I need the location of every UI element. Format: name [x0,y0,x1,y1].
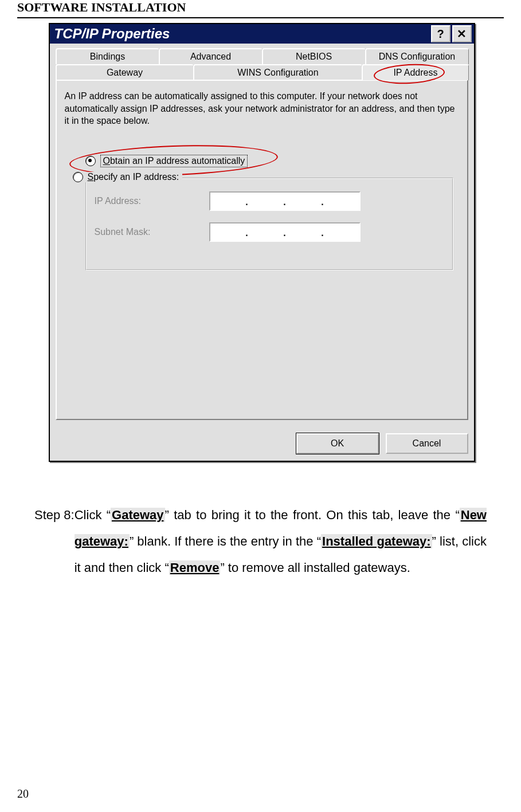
tab-panel-ipaddress: An IP address can be automatically assig… [56,80,468,420]
tab-bindings[interactable]: Bindings [56,48,159,64]
ip-address-input[interactable]: . . . [209,191,361,211]
subnet-mask-input[interactable]: . . . [209,222,361,242]
help-button[interactable]: ? [431,25,451,42]
radio-label-specify: Specify an IP address:Specify an IP addr… [88,172,179,182]
close-button[interactable]: ✕ [452,25,472,42]
close-icon: ✕ [457,27,467,41]
ok-button[interactable]: OK [296,433,379,454]
tab-row-1: Bindings Advanced NetBIOS DNS Configurat… [56,48,468,64]
dialog-screenshot: TCP/IP Properties ? ✕ Bindings Advanced … [49,23,473,462]
step-label: Step 8: [34,502,75,582]
header-rule [17,17,504,18]
kw-remove: Remove [169,560,221,575]
panel-description: An IP address can be automatically assig… [65,90,459,127]
radio-icon [73,172,83,182]
radio-specify[interactable]: Specify an IP address:Specify an IP addr… [69,172,183,182]
kw-installed-gateway: Installed gateway: [321,534,432,548]
step-text: Step 8: Click “Gateway” tab to bring it … [34,502,487,582]
page-number: 20 [17,787,29,801]
tab-row-2: Gateway WINS Configuration IP Address [56,64,468,80]
titlebar: TCP/IP Properties ? ✕ [50,24,474,44]
radio-obtain-auto[interactable]: OObtain an IP address automaticallybtain… [85,155,459,167]
dialog-button-row: OK Cancel [50,426,474,461]
kw-gateway: Gateway [111,508,165,522]
tab-advanced[interactable]: Advanced [159,48,263,64]
tab-wins[interactable]: WINS Configuration [193,64,363,80]
radio-label-auto: OObtain an IP address automaticallybtain… [100,155,248,167]
tab-netbios[interactable]: NetBIOS [262,48,366,64]
radio-icon [85,156,96,166]
tab-dns[interactable]: DNS Configuration [365,48,469,64]
help-icon: ? [437,28,444,41]
cancel-button[interactable]: Cancel [386,433,468,454]
tab-ipaddress[interactable]: IP Address [362,64,468,80]
tab-gateway[interactable]: Gateway [56,64,194,80]
label-ip-address: IP Address: [95,196,209,206]
page-header: SOFTWARE INSTALLATION [0,0,521,17]
label-subnet-mask: Subnet Mask: [95,227,209,237]
window-title: TCP/IP Properties [54,26,429,42]
specify-groupbox: Specify an IP address:Specify an IP addr… [85,178,453,270]
